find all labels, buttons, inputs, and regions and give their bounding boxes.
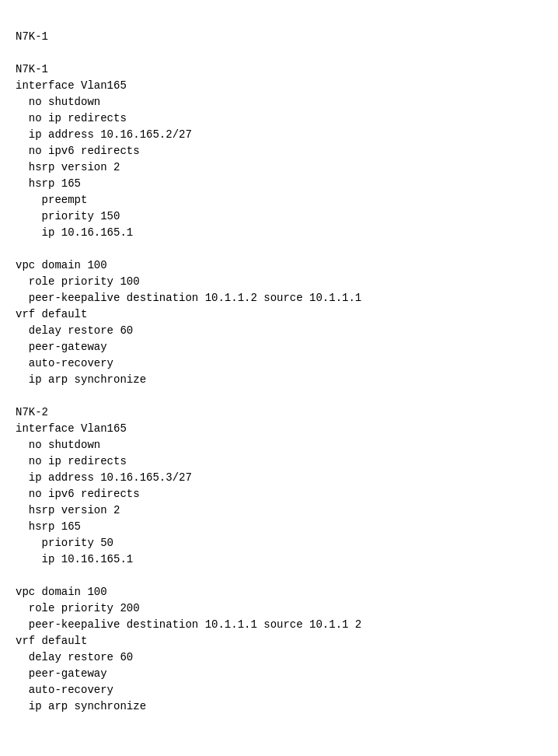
n7k1-header: N7K-1 xyxy=(16,30,48,43)
config-output: N7K-1 xyxy=(16,12,542,61)
full-config: N7K-1 interface Vlan165 no shutdown no i… xyxy=(16,61,542,715)
